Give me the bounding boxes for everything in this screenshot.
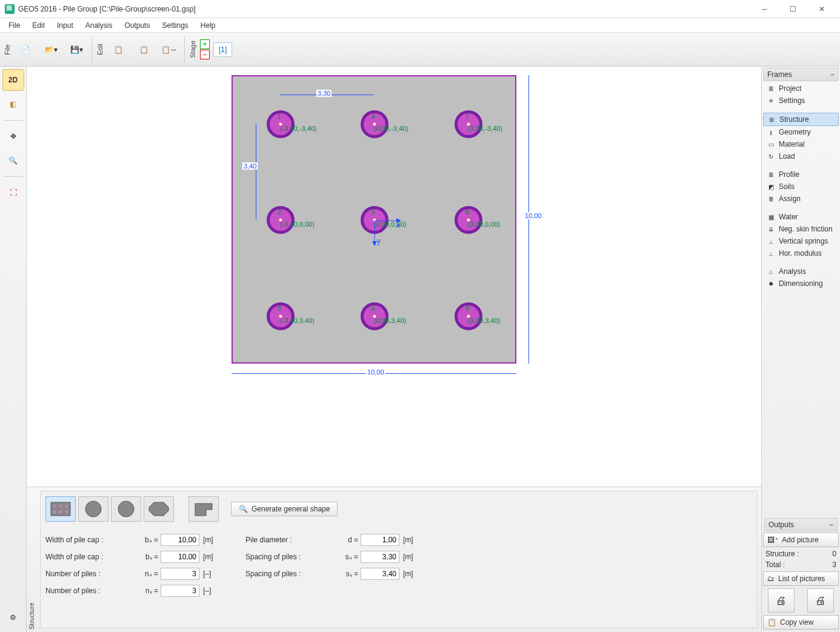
outputs-collapse-icon[interactable]: − (829, 521, 833, 529)
generate-shape-button[interactable]: 🔍 Generate general shape (231, 502, 338, 516)
frame-item-hor-modulus[interactable]: ⟂Hor. modulus (763, 247, 839, 259)
stage-remove-button[interactable]: − (200, 50, 210, 59)
new-file-button[interactable]: 📄 (13, 36, 38, 63)
frame-item-vertical-springs[interactable]: ⟂Vertical springs (763, 235, 839, 247)
close-button[interactable]: ✕ (808, 1, 835, 18)
bx-sym: bₓ = (136, 536, 161, 544)
dim-x-label: 10,00 (366, 368, 385, 376)
svg-point-7 (53, 505, 56, 507)
shape-octagon-button[interactable] (144, 496, 174, 522)
d-input[interactable] (361, 534, 399, 546)
pile-num-1: 1 (278, 113, 281, 120)
menu-outputs[interactable]: Outputs (118, 19, 156, 32)
menu-help[interactable]: Help (195, 19, 222, 32)
menu-edit[interactable]: Edit (26, 19, 51, 32)
frame-item-settings[interactable]: ✳Settings (763, 95, 839, 107)
app-icon (5, 4, 15, 14)
svg-point-13 (85, 501, 101, 517)
pile-coord-1: (-3,30,-3,40) (280, 125, 317, 132)
dim-y-label: 10,00 (524, 212, 543, 219)
frames-collapse-icon[interactable]: − (830, 70, 835, 79)
menu-file[interactable]: File (2, 19, 26, 32)
by-input[interactable] (161, 551, 199, 563)
print-button[interactable]: 🖨 (768, 588, 795, 613)
view-3d-button[interactable]: ◧ (2, 93, 24, 115)
svg-point-9 (65, 505, 68, 507)
maximize-button[interactable]: ☐ (779, 1, 807, 18)
list-pictures-button[interactable]: 🗂 List of pictures (763, 571, 839, 586)
frame-item-structure[interactable]: ⊞Structure (763, 113, 839, 126)
svg-rect-6 (51, 502, 70, 516)
pan-button[interactable]: ✥ (2, 125, 24, 147)
add-picture-button[interactable]: 🖼⁺ Add picture (763, 533, 839, 547)
shape-rect-button[interactable] (45, 496, 76, 522)
menu-analysis[interactable]: Analysis (79, 19, 119, 32)
ny-unit: [–] (203, 587, 221, 595)
pile-num-2: 2 (278, 208, 281, 216)
frame-item-analysis[interactable]: ⌂Analysis (763, 265, 839, 278)
frame-label: Soils (779, 182, 795, 191)
frame-label: Structure (779, 115, 809, 124)
nx-input[interactable] (161, 568, 199, 580)
ny-sym: nᵧ = (136, 587, 161, 595)
stage-tab-1[interactable]: [1] (213, 42, 232, 57)
add-picture-label: Add picture (782, 536, 819, 544)
frame-item-neg-skin-friction[interactable]: ⇊Neg. skin friction (763, 223, 839, 235)
frame-label: Profile (779, 170, 799, 179)
frame-item-load[interactable]: ↻Load (763, 150, 839, 162)
frame-item-water[interactable]: ▦Water (763, 211, 839, 223)
frame-label: Dimensioning (779, 279, 823, 288)
pile-coord-8: (3,30,0,00) (468, 221, 500, 228)
view-2d-button[interactable]: 2D (2, 69, 24, 91)
by-label: Width of pile cap : (45, 553, 136, 561)
fit-view-button[interactable]: ⛶ (2, 182, 24, 204)
frame-item-material[interactable]: ▭Material (763, 138, 839, 150)
sy-unit: [m] (403, 570, 421, 578)
copy-view-button[interactable]: 📋 Copy view (763, 615, 839, 630)
sx-input[interactable] (361, 551, 399, 563)
frame-item-geometry[interactable]: ⫿Geometry (763, 126, 839, 138)
stage-add-button[interactable]: + (200, 39, 210, 49)
add-picture-icon: 🖼⁺ (767, 536, 778, 544)
frame-icon: ⟂ (767, 237, 775, 245)
zoom-window-button[interactable]: 🔍 (2, 150, 24, 171)
save-file-button[interactable]: 💾▾ (64, 36, 88, 63)
ny-input[interactable] (161, 585, 199, 597)
copy-button[interactable]: 📋 (106, 36, 130, 63)
frame-item-profile[interactable]: ≣Profile (763, 168, 839, 181)
frame-item-assign[interactable]: ≣Assign (763, 193, 839, 205)
open-file-button[interactable]: 📂▾ (39, 36, 63, 63)
generate-shape-label: Generate general shape (252, 505, 330, 513)
menubar: File Edit Input Analysis Outputs Setting… (0, 18, 840, 33)
out-total-value: 3 (832, 560, 836, 569)
view-settings-button[interactable]: ⚙ (2, 607, 24, 628)
menu-input[interactable]: Input (51, 19, 79, 32)
frame-label: Hor. modulus (779, 249, 822, 258)
drawing-canvas[interactable]: (-3,30,-3,40)1(0,00,-3,40)4(3,30,-3,40)7… (27, 67, 761, 487)
minimize-button[interactable]: ─ (751, 1, 778, 18)
shape-circle2-button[interactable] (111, 496, 141, 522)
pile-coord-6: (0,00,3,40) (374, 317, 406, 324)
sy-input[interactable] (361, 568, 399, 580)
frame-label: Vertical springs (779, 237, 828, 245)
pile-num-7: 7 (465, 113, 469, 120)
sx-unit: [m] (403, 553, 421, 561)
menu-settings[interactable]: Settings (156, 19, 194, 32)
frame-icon: ≣ (767, 84, 775, 93)
frame-icon: ⫿ (767, 128, 775, 136)
frame-item-project[interactable]: ≣Project (763, 82, 839, 95)
svg-marker-15 (149, 502, 168, 516)
frame-item-soils[interactable]: ◩Soils (763, 181, 839, 193)
print-pdf-button[interactable]: 🖨 (807, 588, 834, 613)
bx-input[interactable] (161, 534, 199, 546)
shape-general-button[interactable] (188, 496, 219, 522)
frame-item-dimensioning[interactable]: ✹Dimensioning (763, 278, 839, 290)
frame-icon: ⇊ (767, 225, 775, 233)
paste-special-button[interactable]: 📋↔ (157, 36, 181, 63)
frame-icon: ⌂ (767, 267, 775, 276)
shape-circle-button[interactable] (78, 496, 108, 522)
d-label: Pile diameter : (245, 536, 336, 544)
d-sym: d = (336, 536, 361, 544)
paste-button[interactable]: 📋 (132, 36, 156, 63)
by-unit: [m] (203, 553, 221, 561)
